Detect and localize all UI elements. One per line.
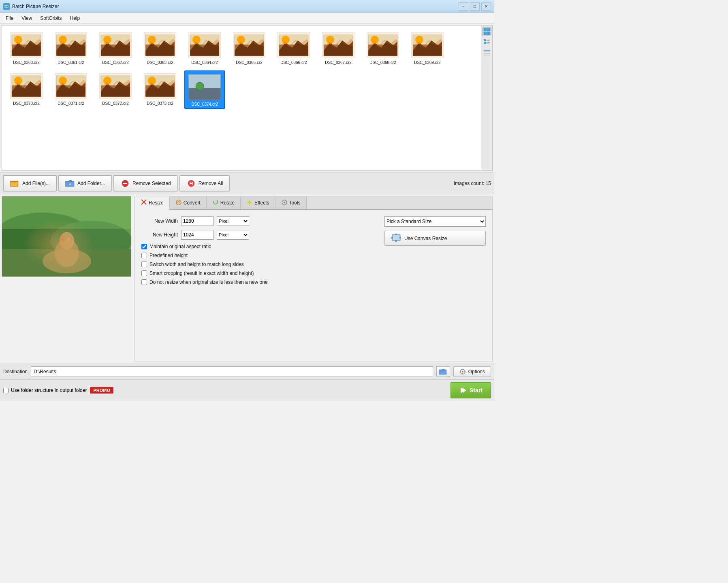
resize-tab-icon — [141, 199, 147, 206]
tab-effects-label: Effects — [254, 200, 269, 206]
view-large-icons-button[interactable] — [482, 27, 491, 36]
file-item[interactable]: DSC_0367.cr2 — [318, 30, 359, 66]
file-item[interactable]: DSC_0371.cr2 — [51, 70, 91, 109]
svg-point-141 — [61, 238, 65, 242]
remove-all-button[interactable]: Remove All — [179, 175, 230, 191]
view-details-button[interactable] — [482, 48, 491, 57]
file-name: DSC_0361.cr2 — [58, 60, 84, 65]
file-name: DSC_0369.cr2 — [414, 60, 441, 65]
file-item[interactable]: DSC_0365.cr2 — [229, 30, 269, 66]
tab-tools[interactable]: Tools — [275, 196, 307, 209]
file-item[interactable]: DSC_0363.cr2 — [140, 30, 180, 66]
canvas-resize-button[interactable]: Use Canvas Resize — [384, 231, 486, 246]
file-item[interactable]: DSC_0370.cr2 — [6, 70, 47, 109]
tab-resize[interactable]: Resize — [135, 196, 170, 210]
folder-structure-checkbox[interactable] — [3, 388, 9, 393]
svg-point-105 — [196, 82, 204, 90]
svg-rect-113 — [487, 41, 489, 41]
start-button[interactable]: Start — [450, 382, 491, 398]
file-item[interactable]: DSC_0364.cr2 — [184, 30, 225, 66]
file-item[interactable]: DSC_0369.cr2 — [407, 30, 448, 66]
file-name: DSC_0363.cr2 — [147, 60, 173, 65]
svg-point-164 — [462, 371, 463, 372]
switch-sides-checkbox[interactable] — [141, 262, 147, 267]
file-thumbnail — [53, 72, 89, 100]
svg-rect-130 — [123, 183, 127, 184]
resize-settings-layout: New Width Pixel Percent Inch cm New He — [141, 216, 486, 288]
tools-tab-icon — [281, 199, 288, 207]
no-resize-label: Do not resize when original size is less… — [149, 279, 268, 285]
menu-view[interactable]: View — [17, 14, 36, 22]
svg-point-147 — [248, 201, 251, 204]
destination-input[interactable] — [31, 366, 433, 377]
file-item[interactable]: DSC_0373.cr2 — [140, 70, 180, 109]
close-button[interactable]: ✕ — [481, 2, 491, 11]
standard-size-select[interactable]: Pick a Standard Size 800x600 1024x768 12… — [384, 216, 486, 227]
maintain-aspect-checkbox[interactable] — [141, 244, 147, 249]
add-folder-icon — [65, 179, 75, 188]
svg-point-139 — [55, 239, 79, 267]
bottom-bar: Use folder structure in output folder PR… — [0, 379, 494, 401]
svg-rect-123 — [11, 183, 17, 186]
destination-browse-button[interactable] — [436, 366, 450, 377]
tab-effects[interactable]: Effects — [241, 196, 275, 209]
svg-rect-128 — [70, 183, 70, 185]
file-thumbnail — [231, 31, 267, 60]
height-unit-select[interactable]: Pixel Percent Inch cm — [217, 230, 249, 240]
file-thumbnail — [187, 73, 222, 101]
menu-softorbits[interactable]: SoftOrbits — [36, 14, 66, 22]
remove-selected-button[interactable]: Remove Selected — [113, 175, 178, 191]
tab-convert[interactable]: Convert — [170, 196, 207, 209]
svg-rect-159 — [399, 237, 401, 238]
add-folder-button[interactable]: Add Folder... — [58, 175, 112, 191]
tab-rotate[interactable]: Rotate — [207, 196, 241, 209]
menu-bar: File View SoftOrbits Help — [0, 13, 494, 23]
minimize-button[interactable]: − — [459, 2, 468, 11]
promo-badge: PROMO — [90, 387, 113, 394]
menu-help[interactable]: Help — [66, 14, 84, 22]
svg-rect-118 — [484, 51, 490, 52]
width-unit-select[interactable]: Pixel Percent Inch cm — [217, 216, 249, 226]
file-item[interactable]: DSC_0374.cr2 — [184, 70, 225, 109]
add-files-button[interactable]: Add File(s)... — [3, 175, 57, 191]
remove-selected-label: Remove Selected — [132, 181, 171, 186]
new-width-input[interactable] — [181, 216, 213, 226]
predefined-height-row: Predefined height — [141, 253, 378, 258]
switch-sides-label: Switch width and height to match long si… — [149, 262, 244, 267]
file-name: DSC_0374.cr2 — [191, 102, 218, 106]
file-thumbnail — [53, 31, 89, 60]
canvas-resize-icon — [391, 234, 401, 243]
bottom-section: Resize Convert — [0, 194, 494, 364]
maximize-button[interactable]: □ — [470, 2, 480, 11]
view-list-button[interactable] — [482, 38, 491, 47]
file-item[interactable]: DSC_0361.cr2 — [51, 30, 91, 66]
no-resize-checkbox[interactable] — [141, 279, 147, 285]
folder-structure-row: Use folder structure in output folder — [3, 387, 87, 393]
svg-point-145 — [176, 200, 181, 205]
start-label: Start — [470, 387, 482, 394]
settings-content: New Width Pixel Percent Inch cm New He — [135, 210, 492, 295]
options-button[interactable]: Options — [453, 366, 491, 377]
svg-rect-112 — [487, 40, 490, 40]
file-thumbnail — [365, 31, 401, 60]
svg-point-3 — [5, 5, 6, 6]
tab-rotate-label: Rotate — [220, 200, 235, 206]
new-height-label: New Height — [141, 232, 178, 238]
file-item[interactable]: DSC_0366.cr2 — [273, 30, 314, 66]
svg-rect-155 — [393, 235, 399, 240]
svg-rect-117 — [484, 50, 490, 51]
effects-tab-icon — [246, 199, 253, 207]
smart-crop-checkbox[interactable] — [141, 270, 147, 276]
file-item[interactable]: DSC_0368.cr2 — [363, 30, 403, 66]
predefined-height-checkbox[interactable] — [141, 253, 147, 258]
resize-right-col: Pick a Standard Size 800x600 1024x768 12… — [384, 216, 486, 288]
file-name: DSC_0365.cr2 — [236, 60, 263, 65]
menu-file[interactable]: File — [2, 14, 17, 22]
file-item[interactable]: DSC_0362.cr2 — [95, 30, 136, 66]
file-thumbnail — [98, 72, 133, 100]
file-item[interactable]: DSC_0372.cr2 — [95, 70, 136, 109]
file-item[interactable]: DSC_0360.cr2 — [6, 30, 47, 66]
preview-panel — [2, 196, 131, 362]
view-sidebar — [481, 26, 492, 170]
new-height-input[interactable] — [181, 230, 213, 240]
